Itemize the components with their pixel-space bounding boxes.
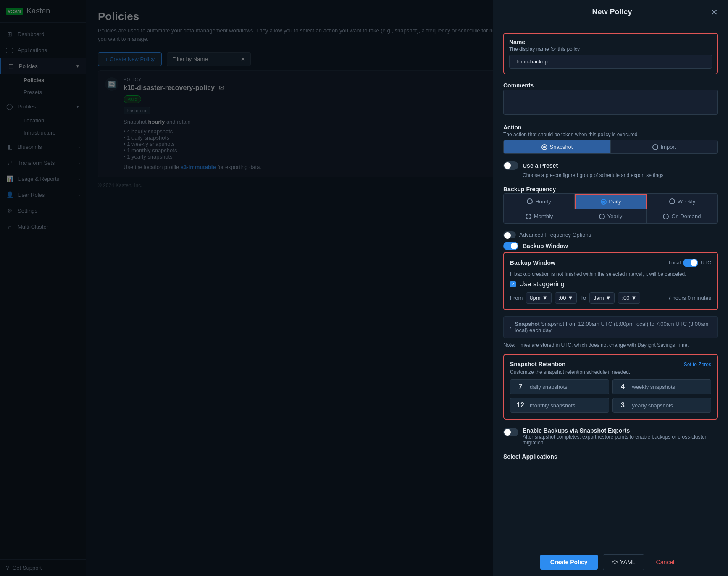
action-import-option[interactable]: Import [611, 140, 717, 153]
preset-toggle[interactable] [503, 161, 518, 170]
monthly-label: Monthly [534, 213, 553, 219]
retention-item-monthly: 12 monthly snapshots [510, 398, 609, 413]
retention-item-yearly: 3 yearly snapshots [612, 398, 712, 413]
from-hour-select[interactable]: 8pm ▼ [526, 292, 551, 304]
radio-dot [669, 198, 675, 204]
hourly-label: Hourly [535, 198, 551, 205]
on-demand-label: On Demand [671, 213, 701, 219]
staggering-label: Use staggering [519, 280, 565, 288]
action-sublabel: The action that should be taken when thi… [503, 132, 718, 137]
freq-daily-option[interactable]: Daily [575, 194, 647, 209]
preset-section: Use a Preset Choose a pre-configured gro… [503, 161, 718, 178]
retention-daily-count[interactable]: 7 [515, 383, 526, 391]
action-label: Action [503, 124, 718, 131]
modal-title: New Policy [513, 8, 711, 16]
retention-daily-label: daily snapshots [530, 384, 568, 390]
enable-backups-text: Enable Backups via Snapshot Exports Afte… [523, 427, 718, 446]
from-hour-value: 8pm [530, 295, 540, 301]
yaml-button[interactable]: <> YAML [603, 554, 644, 570]
adv-freq-label: Advanced Frequency Options [519, 232, 591, 238]
comments-label: Comments [503, 82, 718, 89]
action-snapshot-label: Snapshot [550, 144, 573, 150]
to-hour-value: 3am [593, 295, 604, 301]
retention-item-daily: 7 daily snapshots [510, 379, 609, 394]
to-label: To [580, 295, 586, 301]
radio-dot [601, 199, 607, 205]
utc-label: UTC [701, 260, 711, 266]
note-bar: Note: Times are stored in UTC, which doe… [503, 342, 718, 348]
freq-on-demand-option[interactable]: On Demand [647, 209, 717, 223]
from-to-row: From 8pm ▼ :00 ▼ To 3am ▼ :00 [510, 292, 711, 304]
preset-toggle-row: Use a Preset [503, 161, 718, 170]
action-section: Action The action that should be taken w… [503, 124, 718, 154]
staggering-checkbox[interactable] [510, 281, 516, 287]
chevron-down-icon: ▼ [631, 295, 636, 301]
freq-row-2: Monthly Yearly On Demand [504, 209, 717, 223]
adv-freq-row: Advanced Frequency Options [503, 231, 718, 238]
create-policy-button[interactable]: Create Policy [540, 555, 598, 570]
comments-section: Comments [503, 82, 718, 116]
retention-sublabel: Customize the snapshot retention schedul… [510, 369, 711, 375]
radio-dot [599, 214, 605, 219]
backup-freq-label: Backup Frequency [503, 186, 718, 193]
backup-window-toggle-row: Backup Window [503, 242, 718, 250]
retention-weekly-label: weekly snapshots [632, 384, 675, 390]
preset-sublabel: Choose a pre-configured group of schedul… [523, 172, 718, 178]
backup-window-header: Backup Window Local UTC [510, 259, 711, 267]
retention-grid: 7 daily snapshots 4 weekly snapshots 12 … [510, 379, 711, 413]
backup-window-toggle[interactable] [503, 242, 518, 250]
frequency-grid: Hourly Daily Weekly [503, 193, 718, 224]
backup-window-title: Backup Window [510, 259, 555, 266]
retention-yearly-count[interactable]: 3 [618, 402, 628, 409]
new-policy-modal: New Policy ✕ Name The display name for t… [493, 0, 728, 576]
daily-label: Daily [609, 198, 621, 205]
from-min-value: :00 [559, 295, 566, 301]
modal-header: New Policy ✕ [493, 0, 728, 24]
freq-yearly-option[interactable]: Yearly [575, 209, 647, 223]
retention-yearly-label: yearly snapshots [632, 402, 673, 409]
snapshot-info-text: Snapshot Snapshot from 12:00am UTC (8:00… [515, 321, 712, 333]
enable-backups-label: Enable Backups via Snapshot Exports [523, 427, 718, 434]
backup-freq-section: Backup Frequency Hourly Daily [503, 186, 718, 224]
retention-item-weekly: 4 weekly snapshots [612, 379, 712, 394]
local-utc-toggle: Local UTC [669, 259, 711, 267]
retention-monthly-count[interactable]: 12 [515, 402, 526, 409]
backup-window-section: Backup Window Local UTC If backup creati… [503, 252, 718, 310]
action-snapshot-option[interactable]: Snapshot [504, 140, 611, 153]
adv-freq-toggle[interactable] [503, 231, 516, 238]
to-min-value: :00 [622, 295, 629, 301]
preset-label: Use a Preset [523, 162, 558, 169]
action-radio-group: Snapshot Import [503, 140, 718, 154]
yearly-label: Yearly [607, 213, 623, 219]
chevron-down-icon: ▼ [606, 295, 611, 301]
freq-weekly-option[interactable]: Weekly [647, 194, 717, 209]
freq-monthly-option[interactable]: Monthly [504, 209, 575, 223]
to-min-select[interactable]: :00 ▼ [618, 292, 640, 304]
from-min-select[interactable]: :00 ▼ [555, 292, 577, 304]
from-label: From [510, 295, 523, 301]
weekly-label: Weekly [678, 198, 695, 205]
retention-weekly-count[interactable]: 4 [618, 383, 628, 391]
backup-window-toggle-label: Backup Window [523, 243, 568, 249]
chevron-down-icon: ▼ [568, 295, 573, 301]
select-apps-section: Select Applications [503, 453, 718, 460]
enable-backups-toggle[interactable] [503, 428, 518, 436]
radio-dot [527, 198, 533, 204]
radio-dot [526, 214, 531, 219]
enable-backups-row: Enable Backups via Snapshot Exports Afte… [503, 427, 718, 446]
name-input[interactable]: demo-backup [509, 55, 712, 69]
cancel-button[interactable]: Cancel [649, 555, 681, 570]
name-sublabel: The display name for this policy [509, 46, 712, 52]
utc-toggle[interactable] [683, 259, 698, 267]
name-section: Name The display name for this policy de… [503, 33, 718, 74]
freq-row-1: Hourly Daily Weekly [504, 194, 717, 209]
snapshot-info-bar: › Snapshot Snapshot from 12:00am UTC (8:… [503, 316, 718, 338]
close-icon[interactable]: ✕ [711, 8, 718, 16]
action-import-label: Import [661, 144, 676, 150]
to-hour-select[interactable]: 3am ▼ [589, 292, 615, 304]
set-to-zeros-link[interactable]: Set to Zeros [684, 362, 711, 367]
comments-input[interactable] [503, 90, 718, 115]
name-label: Name [509, 39, 712, 45]
radio-dot [663, 214, 669, 219]
freq-hourly-option[interactable]: Hourly [504, 194, 575, 209]
